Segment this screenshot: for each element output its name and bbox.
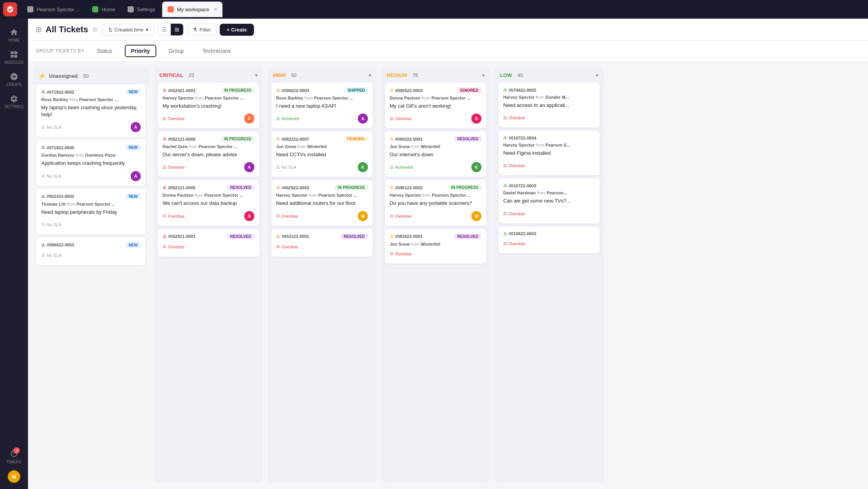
table-row[interactable]: ⚠#053122-0001RESOLVED⚖Overdue bbox=[271, 229, 373, 257]
table-row[interactable]: ⚠#090122-0002IN PROGRESSHarvey Spector f… bbox=[385, 180, 486, 225]
table-row[interactable]: ⚠#090622-0002NEW⚖No SLA bbox=[37, 238, 145, 265]
table-row[interactable]: ⚠#052121-0006IN PROGRESSRachel Zane from… bbox=[158, 131, 259, 177]
column-medium: MEDIUM76▾⚠#090522-0003IGNOREDDonna Pauls… bbox=[381, 68, 490, 483]
sla-text: Overdue bbox=[282, 214, 298, 218]
sla-text: No SLA bbox=[47, 125, 61, 129]
kanban-board: ⚡Unassigned50⚠#071922-0002NEWRoss Barkle… bbox=[28, 61, 868, 489]
sla-icon: ⚖ bbox=[163, 213, 166, 218]
card-title: Our server's down, please advise bbox=[163, 151, 254, 158]
list-view-button[interactable]: ☰ bbox=[158, 24, 171, 35]
user-avatar[interactable]: M bbox=[8, 470, 20, 483]
column-count-critical: 23 bbox=[189, 72, 194, 78]
table-row[interactable]: ⚠#062422-0002NEWThomas Litt from Pearson… bbox=[37, 189, 145, 234]
tab-pearson[interactable]: Pearson Spector ... bbox=[22, 2, 85, 17]
priority-icon: ⚠ bbox=[41, 145, 45, 150]
ticket-id: #070622-0003 bbox=[509, 88, 536, 93]
table-row[interactable]: ⚠#071922-0002NEWRoss Barkley from Pearso… bbox=[37, 84, 145, 137]
sla-icon: ⚖ bbox=[41, 253, 45, 258]
sla-text: Overdue bbox=[282, 244, 298, 249]
sla-icon: ⚖ bbox=[390, 213, 394, 218]
sort-button[interactable]: ⇅ Created time ▾ bbox=[102, 24, 154, 36]
column-low: LOW40▾⚠#070622-0003Harvey Spector from D… bbox=[495, 68, 604, 483]
sla-icon: ⚖ bbox=[390, 165, 394, 170]
sla-text: Overdue bbox=[509, 163, 525, 168]
sla-text: Achieved bbox=[282, 116, 299, 121]
ticket-id: #090622-0002 bbox=[47, 243, 74, 247]
status-badge: RESOLVED bbox=[227, 185, 254, 190]
status-badge: NEW bbox=[126, 145, 141, 150]
lightning-icon: ⚡ bbox=[38, 72, 46, 80]
column-count-low: 40 bbox=[517, 72, 523, 78]
ticket-id: #083022-0001 bbox=[395, 234, 423, 239]
table-row[interactable]: ⚠#052021-0001RESOLVED⚖Overdue bbox=[158, 229, 259, 257]
card-title: Need additional routers for our floor. bbox=[276, 200, 368, 207]
table-row[interactable]: ⚠#071822-0005NEWGordon Ramsey from Domin… bbox=[37, 140, 145, 185]
sidebar-item-create[interactable]: CREATE bbox=[2, 69, 26, 90]
table-row[interactable]: ⚠#070622-0003Harvey Spector from Dunder … bbox=[499, 83, 600, 127]
column-chevron-high[interactable]: ▾ bbox=[369, 73, 371, 78]
sidebar-item-settings[interactable]: SETTINGS bbox=[2, 91, 26, 112]
tab-icon-home bbox=[92, 6, 98, 12]
sla-icon: ⚖ bbox=[503, 163, 507, 168]
sidebar-item-modules[interactable]: MODULES bbox=[2, 47, 26, 68]
column-critical: CRITICAL23▾⚠#052421-0001IN PROGRESSHarve… bbox=[154, 68, 263, 483]
sla-text: Overdue bbox=[168, 244, 184, 249]
status-badge: RESOLVED bbox=[454, 136, 481, 142]
app-logo[interactable] bbox=[3, 2, 17, 16]
tab-group[interactable]: Group bbox=[163, 45, 190, 57]
sla-text: Overdue bbox=[168, 214, 184, 218]
tab-home[interactable]: Home bbox=[87, 2, 121, 17]
status-badge: IN PROGRESS bbox=[221, 136, 254, 142]
sla-text: Achieved bbox=[395, 165, 413, 169]
tab-workspace[interactable]: My workspace× bbox=[162, 2, 222, 17]
tab-priority[interactable]: Priority bbox=[125, 45, 156, 57]
table-row[interactable]: ⚠#010722-0004Harvey Spector from Pearson… bbox=[499, 131, 600, 175]
table-row[interactable]: ⚠#090222-0001RESOLVEDJon Snow from Winte… bbox=[385, 131, 486, 177]
settings-gear-icon[interactable]: ⚙ bbox=[92, 26, 98, 33]
priority-icon: ⚠ bbox=[163, 88, 166, 93]
tab-close-workspace[interactable]: × bbox=[214, 6, 217, 12]
content-area: ⊞ All Tickets ⚙ ⇅ Created time ▾ ☰ ⊞ ⚗ F… bbox=[28, 19, 868, 489]
status-badge: PENDING bbox=[344, 136, 368, 142]
ticket-id: #052121-0005 bbox=[168, 185, 196, 190]
table-row[interactable]: ⚠#090622-0003SHIPPEDRoss Barkley from Pe… bbox=[271, 83, 373, 128]
sidebar-item-home[interactable]: HOME bbox=[2, 25, 26, 45]
table-row[interactable]: ⚠#010622-0003⚖Overdue bbox=[499, 227, 600, 253]
table-row[interactable]: ⚠#090522-0003IGNOREDDonna Paulsen from P… bbox=[385, 83, 486, 128]
create-button[interactable]: + Create bbox=[220, 24, 254, 36]
ticket-id: #052021-0001 bbox=[168, 234, 196, 239]
card-title: Can we get some new TVs?... bbox=[503, 197, 595, 204]
priority-icon: ⚠ bbox=[390, 88, 394, 93]
column-title-medium: MEDIUM bbox=[387, 72, 407, 78]
assignee-avatar: K bbox=[471, 162, 481, 172]
column-chevron-low[interactable]: ▾ bbox=[596, 73, 598, 78]
table-row[interactable]: ⚠#082222-0007PENDINGJon Snow from Winter… bbox=[271, 131, 373, 177]
collapse-icon[interactable]: ⊞ bbox=[36, 25, 42, 34]
table-row[interactable]: ⚠#052121-0005RESOLVEDDonna Paulsen from … bbox=[158, 180, 259, 225]
priority-icon: ⚠ bbox=[276, 136, 280, 141]
filter-button[interactable]: ⚗ Filter bbox=[187, 24, 217, 36]
column-high: HIGH52▾⚠#090622-0003SHIPPEDRoss Barkley … bbox=[268, 68, 376, 483]
sidebar-item-timers[interactable]: 4 TIMERS bbox=[2, 446, 26, 467]
sla-icon: ⚖ bbox=[163, 165, 166, 170]
card-title: Our internet's down bbox=[390, 151, 481, 158]
table-row[interactable]: ⚠#010722-0003Daniel Hardman from Pearson… bbox=[499, 178, 600, 223]
assignee-avatar: A bbox=[244, 162, 254, 172]
group-by-tabs: GROUP TICKETS BY Status Priority Group T… bbox=[28, 41, 868, 61]
column-title-high: HIGH bbox=[273, 72, 286, 78]
column-chevron-critical[interactable]: ▾ bbox=[255, 73, 257, 78]
column-count-high: 52 bbox=[291, 72, 297, 78]
kanban-view-button[interactable]: ⊞ bbox=[171, 24, 183, 35]
column-chevron-medium[interactable]: ▾ bbox=[482, 73, 485, 78]
tab-settings[interactable]: Settings bbox=[122, 2, 161, 17]
table-row[interactable]: ⚠#052421-0001IN PROGRESSHarvey Spector f… bbox=[158, 83, 259, 128]
column-cards-medium: ⚠#090522-0003IGNOREDDonna Paulsen from P… bbox=[381, 83, 490, 483]
tab-technicians[interactable]: Technicians bbox=[196, 45, 237, 57]
tab-status[interactable]: Status bbox=[91, 45, 119, 57]
sla-icon: ⚖ bbox=[503, 241, 507, 246]
sla-text: Overdue bbox=[395, 116, 411, 121]
status-badge: RESOLVED bbox=[341, 234, 368, 239]
table-row[interactable]: ⚠#083022-0001RESOLVEDJon Snow from Winte… bbox=[385, 229, 486, 264]
table-row[interactable]: ⚠#062922-0003IN PROGRESSHarvey Spector f… bbox=[271, 180, 373, 225]
status-badge: NEW bbox=[126, 242, 141, 248]
